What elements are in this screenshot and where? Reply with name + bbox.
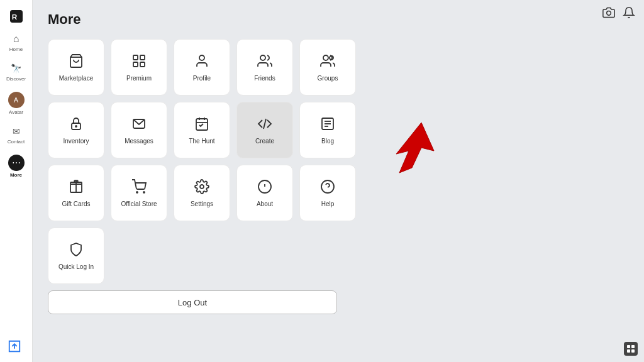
grid-item-marketplace[interactable]: Marketplace	[48, 39, 104, 96]
sidebar-label-avatar: Avatar	[9, 109, 23, 115]
grid-row-4: Quick Log In	[48, 228, 629, 284]
svg-rect-6	[140, 62, 145, 67]
grid-item-thehunt[interactable]: The Hunt	[174, 102, 230, 158]
discover-icon: 🔭	[10, 62, 23, 75]
officialstore-icon	[131, 179, 147, 197]
grid-row-2: Inventory Messages The Hunt	[48, 102, 629, 158]
logout-row: Log Out	[48, 290, 629, 314]
grid-item-officialstore[interactable]: Official Store	[111, 165, 167, 221]
grid-label-messages: Messages	[125, 138, 153, 145]
logout-button[interactable]: Log Out	[48, 290, 337, 314]
sidebar: R ⌂ Home 🔭 Discover A Avatar ✉ Contact ⋯…	[0, 0, 33, 362]
sidebar-item-more[interactable]: ⋯ More	[0, 151, 32, 182]
grid-label-settings: Settings	[191, 200, 213, 207]
grid-label-blog: Blog	[321, 138, 334, 145]
premium-icon	[131, 53, 147, 71]
svg-rect-3	[133, 55, 138, 60]
sidebar-logo[interactable]: R	[0, 6, 32, 26]
bell-icon[interactable]	[623, 6, 635, 22]
grid-row-1: Marketplace Premium Profile	[48, 39, 629, 96]
grid-row-3: Gift Cards Official Store Settings	[48, 165, 629, 221]
grid-item-quicklogin[interactable]: Quick Log In	[48, 228, 104, 284]
svg-point-32	[321, 180, 334, 193]
about-icon	[257, 179, 272, 197]
home-icon: ⌂	[10, 33, 23, 45]
bottom-right-icon	[624, 342, 638, 356]
svg-rect-36	[627, 345, 630, 348]
quicklogin-icon	[69, 242, 84, 260]
grid-label-profile: Profile	[193, 75, 211, 82]
grid-item-inventory[interactable]: Inventory	[48, 102, 104, 158]
marketplace-icon	[69, 53, 84, 71]
svg-point-7	[199, 55, 204, 60]
logo-icon: R	[10, 10, 23, 23]
grid-label-premium: Premium	[126, 75, 152, 82]
grid-label-thehunt: The Hunt	[189, 138, 214, 145]
grid-item-settings[interactable]: Settings	[174, 165, 230, 221]
help-icon	[320, 179, 335, 197]
thehunt-icon	[194, 116, 209, 134]
grid-item-messages[interactable]: Messages	[111, 102, 167, 158]
bottom-left-icon	[8, 339, 21, 353]
grid-label-inventory: Inventory	[63, 138, 89, 145]
create-icon	[257, 116, 272, 134]
grid-item-friends[interactable]: Friends	[236, 39, 293, 96]
sidebar-label-more: More	[10, 172, 22, 178]
sidebar-item-avatar[interactable]: A Avatar	[0, 88, 32, 119]
grid-label-friends: Friends	[254, 75, 275, 82]
svg-point-9	[323, 55, 328, 60]
sidebar-item-home[interactable]: ⌂ Home	[0, 29, 32, 56]
svg-point-28	[200, 185, 204, 189]
giftcards-icon	[69, 179, 84, 197]
contact-icon: ✉	[10, 125, 23, 138]
grid-item-profile[interactable]: Profile	[174, 39, 230, 96]
sidebar-label-discover: Discover	[6, 76, 26, 82]
settings-icon	[194, 179, 209, 197]
profile-icon	[194, 53, 209, 71]
grid-item-premium[interactable]: Premium	[111, 39, 167, 96]
grid-item-help[interactable]: Help	[299, 165, 356, 221]
blog-icon	[320, 116, 335, 134]
groups-icon	[320, 53, 335, 71]
main-content: More Marketplace Premium	[33, 0, 644, 362]
sidebar-item-discover[interactable]: 🔭 Discover	[0, 58, 32, 85]
topbar-icons	[602, 6, 635, 22]
friends-icon	[257, 53, 272, 71]
svg-point-34	[607, 11, 611, 16]
grid-label-marketplace: Marketplace	[59, 75, 93, 82]
svg-rect-38	[627, 349, 630, 353]
grid-label-groups: Groups	[318, 75, 338, 82]
more-icon: ⋯	[8, 155, 25, 171]
grid-label-giftcards: Gift Cards	[62, 200, 90, 207]
grid-item-giftcards[interactable]: Gift Cards	[48, 165, 104, 221]
page-title: More	[48, 11, 629, 28]
grid-label-officialstore: Official Store	[121, 200, 157, 207]
grid-label-create: Create	[255, 138, 274, 145]
inventory-icon	[69, 116, 84, 134]
grid-item-blog[interactable]: Blog	[299, 102, 356, 158]
avatar-icon: A	[8, 92, 25, 108]
grid-label-about: About	[257, 200, 273, 207]
grid-label-quicklogin: Quick Log In	[58, 263, 94, 270]
grid-item-create[interactable]: Create	[236, 102, 293, 158]
svg-rect-39	[631, 349, 635, 353]
svg-point-27	[143, 192, 145, 193]
svg-point-12	[75, 126, 77, 127]
svg-point-26	[136, 192, 138, 193]
camera-icon[interactable]	[602, 6, 615, 22]
svg-rect-4	[140, 55, 145, 60]
sidebar-item-contact[interactable]: ✉ Contact	[0, 121, 32, 148]
grid-item-groups[interactable]: Groups	[299, 39, 356, 96]
svg-text:R: R	[11, 13, 17, 21]
svg-line-18	[264, 119, 266, 129]
messages-icon	[131, 116, 147, 134]
svg-point-8	[260, 55, 265, 60]
svg-rect-5	[133, 62, 138, 67]
grid-label-help: Help	[321, 200, 335, 207]
sidebar-label-home: Home	[9, 47, 23, 52]
grid-item-about[interactable]: About	[236, 165, 293, 221]
svg-rect-37	[631, 345, 635, 348]
sidebar-label-contact: Contact	[8, 139, 25, 145]
